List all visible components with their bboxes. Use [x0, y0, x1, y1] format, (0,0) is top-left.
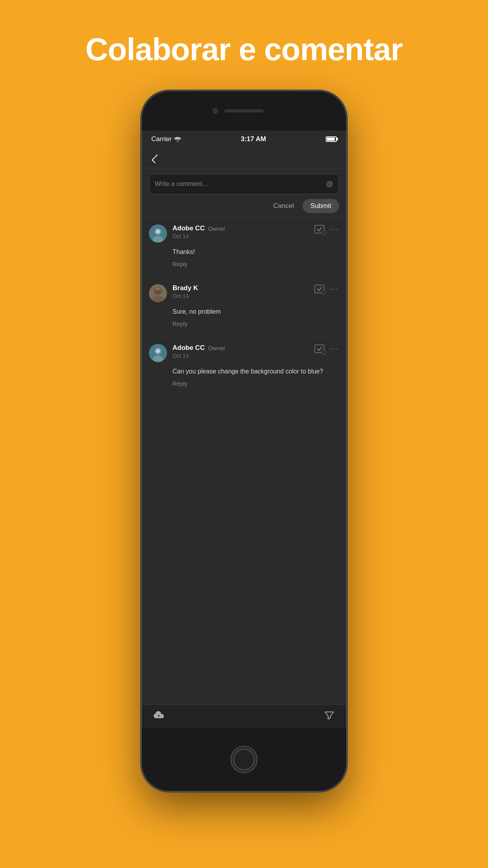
speaker	[224, 109, 264, 112]
resolve-icon[interactable]	[314, 225, 325, 234]
comment-username: Brady K	[172, 284, 198, 292]
comment-item: Adobe CC Owner Oct 14 ···	[142, 217, 346, 277]
comment-input-box[interactable]: Write a comment... @	[149, 174, 339, 194]
avatar	[149, 344, 167, 362]
home-button[interactable]	[230, 746, 258, 773]
carrier-label: Carrier	[151, 135, 181, 143]
reply-button[interactable]: Reply	[172, 380, 187, 392]
phone-shell: Carrier 3:17 AM Write a	[142, 91, 346, 791]
comment-header: Adobe CC Owner Oct 14 ···	[149, 344, 339, 362]
comment-user-info: Brady K Oct 14	[149, 284, 201, 302]
avatar-svg2	[149, 344, 167, 362]
comment-item: Adobe CC Owner Oct 14 ···	[142, 337, 346, 397]
more-options-icon[interactable]: ···	[330, 224, 339, 234]
submit-button[interactable]: Submit	[303, 199, 339, 213]
comment-user-row: Adobe CC Owner	[172, 224, 225, 232]
comment-header: Brady K Oct 14 ···	[149, 284, 339, 302]
battery-icon	[326, 136, 337, 142]
cloud-upload-icon	[154, 711, 166, 720]
avatar	[149, 284, 167, 302]
comment-user-row: Brady K	[172, 284, 201, 292]
more-options-icon[interactable]: ···	[330, 284, 339, 293]
cancel-button[interactable]: Cancel	[269, 199, 298, 213]
back-button[interactable]	[149, 152, 161, 164]
comment-item: Brady K Oct 14 ···	[142, 277, 346, 337]
comment-username: Adobe CC	[172, 344, 205, 352]
reply-button[interactable]: Reply	[172, 261, 187, 273]
comment-meta: Adobe CC Owner Oct 14	[172, 224, 225, 239]
svg-point-14	[156, 349, 160, 353]
comment-user-info: Adobe CC Owner Oct 14	[149, 344, 225, 362]
input-actions: Cancel Submit	[149, 199, 339, 213]
battery-indicator	[326, 136, 337, 142]
comment-username: Adobe CC	[172, 224, 205, 232]
comment-actions-right: ···	[314, 344, 339, 353]
checkmark-icon	[317, 346, 322, 351]
comment-body: Can you please change the background col…	[149, 367, 339, 392]
comment-date: Oct 14	[172, 353, 225, 359]
phone-bottom-bezel	[142, 728, 346, 791]
comment-text: Thanks!	[172, 247, 339, 257]
checkmark-icon	[317, 287, 322, 291]
svg-point-3	[156, 230, 160, 234]
comment-body: Thanks! Reply	[149, 247, 339, 273]
comment-badge: Owner	[208, 225, 225, 232]
battery-fill	[327, 138, 335, 141]
checkmark-icon	[317, 227, 322, 232]
bottom-toolbar	[142, 704, 346, 728]
comment-header: Adobe CC Owner Oct 14 ···	[149, 224, 339, 243]
comment-body: Sure, no problem Reply	[149, 307, 339, 333]
avatar-brady-svg	[149, 284, 167, 302]
comment-actions-right: ···	[314, 284, 339, 293]
status-time: 3:17 AM	[241, 135, 266, 143]
mention-icon[interactable]: @	[326, 180, 333, 188]
comment-date: Oct 14	[172, 233, 225, 239]
comment-input-area: Write a comment... @ Cancel Submit	[142, 168, 346, 217]
comment-date: Oct 14	[172, 293, 201, 299]
status-bar: Carrier 3:17 AM	[142, 131, 346, 148]
page-title: Colaborar e comentar	[86, 31, 403, 68]
wifi-icon	[174, 136, 181, 142]
svg-point-8	[154, 291, 161, 295]
comment-user-row: Adobe CC Owner	[172, 344, 225, 352]
phone-screen: Carrier 3:17 AM Write a	[142, 131, 346, 728]
filter-funnel-icon	[324, 710, 334, 721]
filter-icon[interactable]	[324, 710, 334, 723]
avatar-svg	[149, 224, 167, 243]
svg-point-0	[177, 141, 178, 142]
comment-text: Can you please change the background col…	[172, 367, 339, 376]
comment-actions-right: ···	[314, 224, 339, 234]
comment-badge: Owner	[208, 345, 225, 351]
comment-meta: Adobe CC Owner Oct 14	[172, 344, 225, 359]
more-options-icon[interactable]: ···	[330, 344, 339, 353]
svg-point-11	[159, 290, 160, 291]
svg-point-10	[156, 290, 158, 291]
nav-bar	[142, 148, 346, 168]
comment-meta: Brady K Oct 14	[172, 284, 201, 299]
home-button-inner	[233, 749, 255, 770]
front-camera	[213, 108, 218, 114]
comment-user-info: Adobe CC Owner Oct 14	[149, 224, 225, 243]
cloud-icon[interactable]	[154, 710, 166, 723]
back-chevron-icon	[152, 154, 161, 163]
phone-top-bezel	[142, 91, 346, 131]
comment-placeholder: Write a comment...	[155, 180, 207, 188]
comments-list: Adobe CC Owner Oct 14 ···	[142, 217, 346, 397]
comment-text: Sure, no problem	[172, 307, 339, 316]
resolve-icon[interactable]	[314, 344, 325, 353]
resolve-icon[interactable]	[314, 285, 325, 293]
avatar	[149, 224, 167, 243]
reply-button[interactable]: Reply	[172, 320, 187, 333]
